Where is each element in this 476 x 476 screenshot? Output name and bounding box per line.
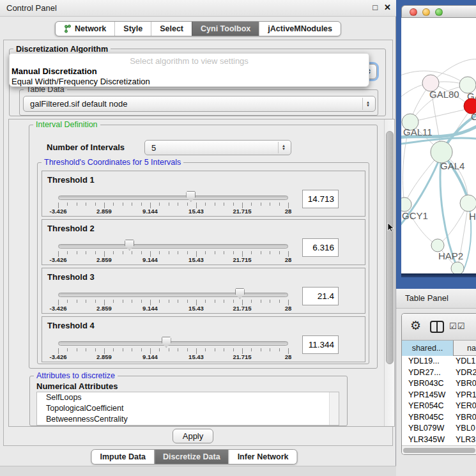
table-data-combo[interactable]: galFiltered.sif default node ▲▼ bbox=[23, 96, 376, 112]
table-row[interactable]: YER054CYER0 bbox=[402, 401, 476, 412]
cell-shared-name: YDL19... bbox=[408, 357, 440, 365]
threshold-label: Threshold 1 bbox=[47, 175, 95, 185]
algorithm-dropdown-popup: Select algorithm to view settings Manual… bbox=[9, 53, 369, 87]
threshold-3-box: Threshold 3-3.4262.8599.14415.4321.71528… bbox=[42, 268, 365, 314]
slider-track[interactable] bbox=[58, 293, 288, 297]
table-row[interactable]: YDR27...YDR2 bbox=[402, 367, 476, 379]
attributes-scrollbar[interactable] bbox=[329, 392, 339, 425]
slider-thumb[interactable] bbox=[162, 337, 171, 348]
panel-title: Control Panel bbox=[6, 3, 57, 13]
attribute-item-topologicalcoefficient[interactable]: TopologicalCoefficient bbox=[37, 403, 339, 414]
table-header-row: shared... na bbox=[402, 341, 476, 356]
interval-definition-group: Interval Definition Number of Intervals … bbox=[29, 125, 378, 369]
network-window-bottom-edge bbox=[401, 273, 476, 277]
column-header-name[interactable]: na bbox=[454, 341, 476, 356]
bottom-tab-bar: Impute DataDiscretize DataInfer Network bbox=[91, 449, 297, 464]
number-of-intervals-value: 5 bbox=[151, 143, 156, 153]
network-node-hap2[interactable] bbox=[431, 239, 444, 252]
table-panel-title: Table Panel bbox=[405, 293, 449, 303]
tab-infer-network[interactable]: Infer Network bbox=[229, 450, 297, 464]
network-window-titlebar[interactable] bbox=[401, 5, 476, 18]
network-node-h[interactable] bbox=[460, 195, 476, 211]
thresholds-legend: Threshold's Coordinates for 5 Intervals bbox=[42, 158, 183, 167]
attribute-item-selfloops[interactable]: SelfLoops bbox=[37, 392, 339, 403]
cell-shared-name: YER054C bbox=[408, 401, 444, 410]
table-horizontal-scrollbar[interactable] bbox=[402, 445, 476, 455]
tab-label: Discretize Data bbox=[163, 452, 220, 461]
settings-scroll-area: Interval Definition Number of Intervals … bbox=[8, 119, 395, 427]
network-canvas[interactable]: GAL80GACGAL11GAL4GCY1HHAP2 bbox=[401, 18, 476, 273]
number-of-intervals-combo[interactable]: 5 ▲▼ bbox=[144, 140, 291, 155]
cell-name: YBL0 bbox=[456, 424, 475, 433]
table-row[interactable]: YDL19...YDL1 bbox=[402, 356, 476, 367]
float-window-icon[interactable]: □ bbox=[372, 3, 378, 12]
tab-label: Select bbox=[160, 24, 183, 33]
tab-cyni-toolbox[interactable]: Cyni Toolbox bbox=[192, 22, 259, 36]
threshold-value-field[interactable]: 11.344 bbox=[302, 335, 339, 354]
column-header-shared[interactable]: shared... bbox=[402, 341, 454, 356]
number-of-intervals-label: Number of Intervals bbox=[47, 142, 125, 152]
cell-shared-name: YBR045C bbox=[408, 413, 444, 422]
tab-style[interactable]: Style bbox=[114, 22, 151, 36]
slider-thumb[interactable] bbox=[235, 288, 245, 299]
numerical-attributes-list[interactable]: SelfLoopsTopologicalCoefficientBetweenne… bbox=[36, 392, 339, 426]
slider-track[interactable] bbox=[58, 196, 288, 200]
network-node-gcy1[interactable] bbox=[401, 197, 411, 211]
threshold-2-box: Threshold 2-3.4262.8599.14415.4321.71528… bbox=[42, 219, 365, 265]
table-row[interactable]: YPR145WYPR1 bbox=[402, 390, 476, 401]
table-toolbar: ⚙ ☑☑ bbox=[402, 314, 476, 341]
tab-label: Network bbox=[75, 24, 106, 33]
tab-discretize-data[interactable]: Discretize Data bbox=[154, 450, 229, 464]
slider-track[interactable] bbox=[58, 341, 288, 346]
network-node-label: HAP2 bbox=[438, 250, 463, 261]
network-edge bbox=[410, 108, 472, 122]
node-table-window: ⚙ ☑☑ shared... na YDL19...YDL1YDR27...YD… bbox=[401, 313, 476, 455]
checkboxes-icon[interactable]: ☑☑ bbox=[449, 321, 465, 331]
network-node-label: GAL11 bbox=[403, 127, 433, 137]
settings-vertical-scrollbar-thumb[interactable] bbox=[386, 131, 394, 364]
top-tab-bar: NetworkStyleSelectCyni ToolboxjActiveMNo… bbox=[55, 21, 341, 36]
mac-zoom-icon[interactable] bbox=[435, 8, 443, 16]
combo-stepper-icon: ▲▼ bbox=[362, 98, 373, 110]
attribute-item-betweennesscentrality[interactable]: BetweennessCentrality bbox=[37, 414, 339, 425]
popup-option-equal-width-frequency[interactable]: Equal Width/Frequency Discretization bbox=[12, 77, 150, 86]
tab-label: Impute Data bbox=[100, 452, 146, 461]
network-node-gal4[interactable] bbox=[431, 141, 452, 163]
tab-select[interactable]: Select bbox=[151, 22, 192, 36]
tab-network[interactable]: Network bbox=[56, 22, 114, 36]
threshold-value-field[interactable]: 14.713 bbox=[302, 190, 339, 208]
gear-icon[interactable]: ⚙ bbox=[410, 318, 421, 333]
cell-name: YER0 bbox=[456, 401, 476, 410]
mac-minimize-icon[interactable] bbox=[422, 8, 430, 16]
attributes-legend: Attributes to discretize bbox=[34, 371, 118, 380]
tab-jactivemnodules[interactable]: jActiveMNodules bbox=[259, 22, 341, 36]
table-row[interactable]: YBR043CYBR0 bbox=[402, 378, 476, 390]
tab-label: Infer Network bbox=[238, 452, 289, 461]
table-horizontal-scrollbar-thumb[interactable] bbox=[403, 448, 475, 453]
popup-option-manual-discretization[interactable]: Manual Discretization bbox=[12, 66, 97, 76]
tab-impute-data[interactable]: Impute Data bbox=[91, 450, 154, 464]
combo-stepper-icon: ▲▼ bbox=[278, 142, 289, 153]
bottom-strip bbox=[0, 466, 396, 476]
apply-button[interactable]: Apply bbox=[173, 429, 213, 443]
table-data-combo-value: galFiltered.sif default node bbox=[30, 99, 127, 109]
mac-close-icon[interactable] bbox=[410, 8, 417, 16]
close-icon[interactable]: ✕ bbox=[384, 3, 391, 12]
slider-thumb[interactable] bbox=[125, 240, 134, 250]
table-row[interactable]: YBR045CYBR0 bbox=[402, 412, 476, 424]
network-graph: GAL80GACGAL11GAL4GCY1HHAP2 bbox=[401, 18, 476, 273]
table-row[interactable]: YLR345WYLR3 bbox=[402, 434, 476, 446]
network-node[interactable] bbox=[451, 262, 464, 273]
network-node-label: C bbox=[471, 111, 476, 122]
threshold-value-field[interactable]: 6.316 bbox=[302, 238, 339, 257]
columns-icon[interactable] bbox=[430, 321, 444, 333]
cell-shared-name: YBR043C bbox=[408, 379, 444, 388]
interval-definition-legend: Interval Definition bbox=[33, 120, 100, 129]
network-node-label: H bbox=[469, 211, 476, 222]
threshold-value-field[interactable]: 21.4 bbox=[302, 287, 339, 305]
control-panel: Control Panel □ ✕ NetworkStyleSelectCyni… bbox=[0, 0, 396, 476]
cell-shared-name: YDR27... bbox=[408, 368, 441, 377]
slider-thumb[interactable] bbox=[186, 191, 196, 202]
slider-track[interactable] bbox=[58, 244, 288, 249]
table-row[interactable]: YBL079WYBL0 bbox=[402, 423, 476, 434]
